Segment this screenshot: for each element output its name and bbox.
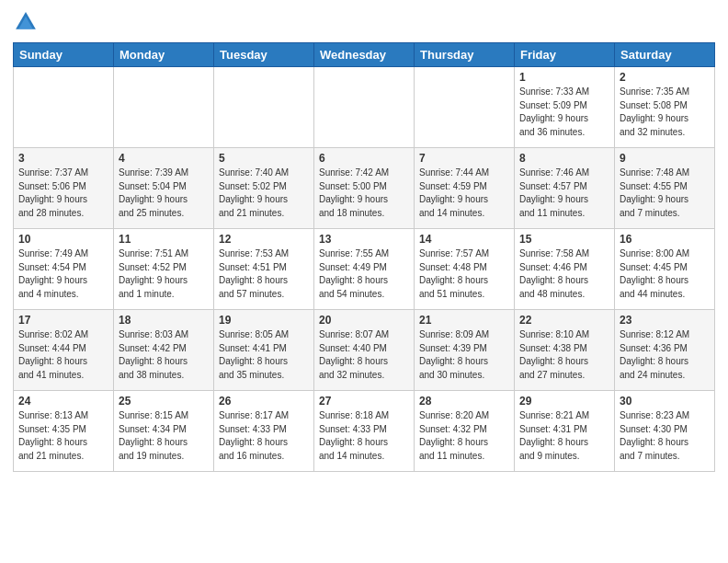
day-info: Sunrise: 8:21 AM Sunset: 4:31 PM Dayligh…	[519, 409, 609, 463]
calendar-cell: 11Sunrise: 7:51 AM Sunset: 4:52 PM Dayli…	[114, 229, 214, 310]
day-info: Sunrise: 7:51 AM Sunset: 4:52 PM Dayligh…	[119, 247, 209, 301]
day-info: Sunrise: 8:10 AM Sunset: 4:38 PM Dayligh…	[519, 328, 609, 382]
day-info: Sunrise: 8:00 AM Sunset: 4:45 PM Dayligh…	[620, 247, 710, 301]
calendar-cell	[114, 67, 214, 148]
day-number: 30	[620, 395, 710, 408]
calendar-week-row: 10Sunrise: 7:49 AM Sunset: 4:54 PM Dayli…	[14, 229, 715, 310]
calendar-cell: 27Sunrise: 8:18 AM Sunset: 4:33 PM Dayli…	[314, 391, 415, 472]
calendar-header-row: SundayMondayTuesdayWednesdayThursdayFrid…	[14, 43, 715, 67]
day-number: 28	[419, 395, 509, 408]
day-info: Sunrise: 7:33 AM Sunset: 5:09 PM Dayligh…	[519, 86, 609, 139]
calendar-cell: 5Sunrise: 7:40 AM Sunset: 5:02 PM Daylig…	[214, 148, 314, 229]
day-info: Sunrise: 8:02 AM Sunset: 4:44 PM Dayligh…	[18, 328, 108, 382]
calendar-cell: 23Sunrise: 8:12 AM Sunset: 4:36 PM Dayli…	[615, 310, 715, 391]
calendar-cell: 17Sunrise: 8:02 AM Sunset: 4:44 PM Dayli…	[14, 310, 114, 391]
calendar-cell: 19Sunrise: 8:05 AM Sunset: 4:41 PM Dayli…	[214, 310, 314, 391]
day-info: Sunrise: 7:58 AM Sunset: 4:46 PM Dayligh…	[519, 247, 609, 301]
calendar-week-row: 1Sunrise: 7:33 AM Sunset: 5:09 PM Daylig…	[14, 67, 715, 148]
calendar-cell: 10Sunrise: 7:49 AM Sunset: 4:54 PM Dayli…	[14, 229, 114, 310]
day-number: 23	[620, 314, 710, 327]
day-number: 7	[419, 152, 509, 165]
calendar-cell: 13Sunrise: 7:55 AM Sunset: 4:49 PM Dayli…	[314, 229, 415, 310]
calendar-week-row: 24Sunrise: 8:13 AM Sunset: 4:35 PM Dayli…	[14, 391, 715, 472]
day-info: Sunrise: 8:05 AM Sunset: 4:41 PM Dayligh…	[219, 328, 309, 382]
calendar-cell: 29Sunrise: 8:21 AM Sunset: 4:31 PM Dayli…	[515, 391, 615, 472]
day-number: 8	[519, 152, 609, 165]
calendar-cell: 4Sunrise: 7:39 AM Sunset: 5:04 PM Daylig…	[114, 148, 214, 229]
calendar: SundayMondayTuesdayWednesdayThursdayFrid…	[13, 42, 715, 472]
day-info: Sunrise: 7:40 AM Sunset: 5:02 PM Dayligh…	[219, 167, 309, 220]
calendar-cell: 30Sunrise: 8:23 AM Sunset: 4:30 PM Dayli…	[615, 391, 715, 472]
calendar-cell: 18Sunrise: 8:03 AM Sunset: 4:42 PM Dayli…	[114, 310, 214, 391]
weekday-header: Wednesday	[314, 43, 415, 67]
day-number: 20	[319, 314, 409, 327]
calendar-cell: 25Sunrise: 8:15 AM Sunset: 4:34 PM Dayli…	[114, 391, 214, 472]
calendar-week-row: 17Sunrise: 8:02 AM Sunset: 4:44 PM Dayli…	[14, 310, 715, 391]
day-info: Sunrise: 7:44 AM Sunset: 4:59 PM Dayligh…	[419, 167, 509, 220]
day-number: 1	[519, 71, 609, 84]
day-number: 19	[219, 314, 309, 327]
weekday-header: Friday	[515, 43, 615, 67]
weekday-header: Sunday	[14, 43, 114, 67]
day-number: 14	[419, 233, 509, 246]
day-number: 11	[119, 233, 209, 246]
day-info: Sunrise: 7:48 AM Sunset: 4:55 PM Dayligh…	[620, 167, 710, 220]
calendar-cell: 26Sunrise: 8:17 AM Sunset: 4:33 PM Dayli…	[214, 391, 314, 472]
calendar-cell	[214, 67, 314, 148]
page: SundayMondayTuesdayWednesdayThursdayFrid…	[0, 0, 728, 481]
day-number: 3	[18, 152, 108, 165]
calendar-cell: 21Sunrise: 8:09 AM Sunset: 4:39 PM Dayli…	[415, 310, 515, 391]
calendar-cell: 20Sunrise: 8:07 AM Sunset: 4:40 PM Dayli…	[314, 310, 415, 391]
calendar-cell	[314, 67, 415, 148]
calendar-cell: 7Sunrise: 7:44 AM Sunset: 4:59 PM Daylig…	[415, 148, 515, 229]
day-info: Sunrise: 8:17 AM Sunset: 4:33 PM Dayligh…	[219, 409, 309, 463]
day-info: Sunrise: 8:12 AM Sunset: 4:36 PM Dayligh…	[620, 328, 710, 382]
day-info: Sunrise: 8:03 AM Sunset: 4:42 PM Dayligh…	[119, 328, 209, 382]
calendar-cell: 15Sunrise: 7:58 AM Sunset: 4:46 PM Dayli…	[515, 229, 615, 310]
calendar-cell: 14Sunrise: 7:57 AM Sunset: 4:48 PM Dayli…	[415, 229, 515, 310]
calendar-cell: 16Sunrise: 8:00 AM Sunset: 4:45 PM Dayli…	[615, 229, 715, 310]
day-number: 6	[319, 152, 409, 165]
calendar-week-row: 3Sunrise: 7:37 AM Sunset: 5:06 PM Daylig…	[14, 148, 715, 229]
calendar-cell: 8Sunrise: 7:46 AM Sunset: 4:57 PM Daylig…	[515, 148, 615, 229]
logo	[13, 9, 40, 35]
day-info: Sunrise: 7:42 AM Sunset: 5:00 PM Dayligh…	[319, 167, 409, 220]
calendar-cell: 1Sunrise: 7:33 AM Sunset: 5:09 PM Daylig…	[515, 67, 615, 148]
day-info: Sunrise: 7:57 AM Sunset: 4:48 PM Dayligh…	[419, 247, 509, 301]
day-number: 2	[620, 71, 710, 84]
day-number: 22	[519, 314, 609, 327]
day-info: Sunrise: 7:53 AM Sunset: 4:51 PM Dayligh…	[219, 247, 309, 301]
calendar-cell: 22Sunrise: 8:10 AM Sunset: 4:38 PM Dayli…	[515, 310, 615, 391]
day-info: Sunrise: 8:07 AM Sunset: 4:40 PM Dayligh…	[319, 328, 409, 382]
weekday-header: Saturday	[615, 43, 715, 67]
day-number: 27	[319, 395, 409, 408]
day-number: 9	[620, 152, 710, 165]
day-info: Sunrise: 7:46 AM Sunset: 4:57 PM Dayligh…	[519, 167, 609, 220]
day-number: 13	[319, 233, 409, 246]
day-number: 24	[18, 395, 108, 408]
day-info: Sunrise: 7:55 AM Sunset: 4:49 PM Dayligh…	[319, 247, 409, 301]
day-number: 15	[519, 233, 609, 246]
calendar-cell: 24Sunrise: 8:13 AM Sunset: 4:35 PM Dayli…	[14, 391, 114, 472]
day-number: 17	[18, 314, 108, 327]
header	[13, 9, 715, 35]
logo-icon	[13, 9, 39, 35]
day-info: Sunrise: 8:18 AM Sunset: 4:33 PM Dayligh…	[319, 409, 409, 463]
day-number: 26	[219, 395, 309, 408]
day-info: Sunrise: 7:49 AM Sunset: 4:54 PM Dayligh…	[18, 247, 108, 301]
weekday-header: Thursday	[415, 43, 515, 67]
day-number: 10	[18, 233, 108, 246]
day-info: Sunrise: 7:35 AM Sunset: 5:08 PM Dayligh…	[620, 86, 710, 139]
calendar-cell	[415, 67, 515, 148]
day-info: Sunrise: 8:09 AM Sunset: 4:39 PM Dayligh…	[419, 328, 509, 382]
day-info: Sunrise: 8:13 AM Sunset: 4:35 PM Dayligh…	[18, 409, 108, 463]
day-number: 21	[419, 314, 509, 327]
day-number: 29	[519, 395, 609, 408]
weekday-header: Tuesday	[214, 43, 314, 67]
weekday-header: Monday	[114, 43, 214, 67]
day-info: Sunrise: 8:15 AM Sunset: 4:34 PM Dayligh…	[119, 409, 209, 463]
day-info: Sunrise: 7:37 AM Sunset: 5:06 PM Dayligh…	[18, 167, 108, 220]
day-info: Sunrise: 8:23 AM Sunset: 4:30 PM Dayligh…	[620, 409, 710, 463]
day-number: 12	[219, 233, 309, 246]
calendar-cell: 9Sunrise: 7:48 AM Sunset: 4:55 PM Daylig…	[615, 148, 715, 229]
